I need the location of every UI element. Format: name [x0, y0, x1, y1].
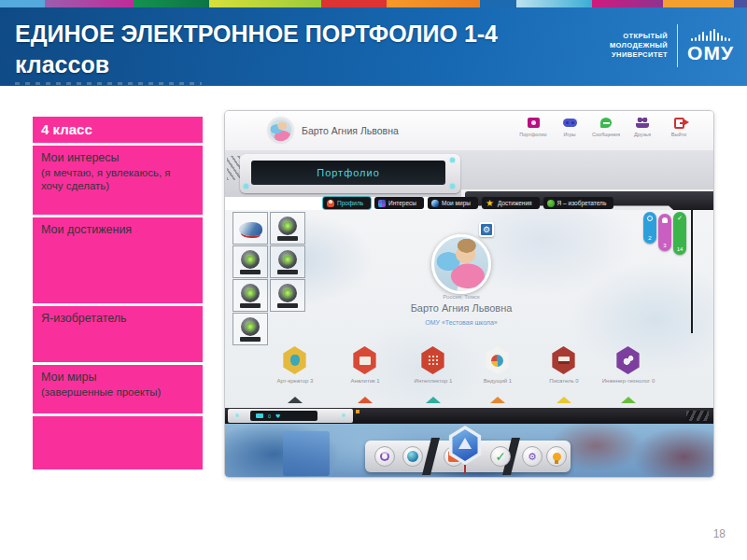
scrollbar[interactable] — [691, 210, 693, 333]
person-icon — [327, 200, 334, 207]
gear-icon: ⚙ — [528, 452, 537, 462]
slide-title: ЕДИНОЕ ЭЛЕКТРОННОЕ ПОРТФОЛИО 1-4 классов — [15, 19, 498, 80]
console-button-gear[interactable]: ⚙ — [522, 446, 543, 467]
nav-item-portfolio[interactable]: Портфолио — [515, 117, 551, 137]
grid-icon — [378, 200, 386, 207]
portal-screenshot: Барто Агния Львовна Портфолио Игры Сообщ… — [224, 110, 714, 478]
presentation-slide: ЕДИНОЕ ЭЛЕКТРОННОЕ ПОРТФОЛИО 1-4 классов… — [0, 0, 747, 560]
writer-icon — [558, 357, 570, 364]
console-button-bulb[interactable] — [546, 446, 567, 467]
trophy-cell[interactable] — [270, 245, 305, 278]
trophy-cell[interactable] — [233, 313, 268, 345]
badge-presenter[interactable] — [485, 346, 510, 374]
globe-trophy-icon — [278, 284, 297, 308]
portfolio-icon — [528, 118, 540, 128]
badge-label: Аналитик 1 — [326, 378, 404, 384]
swirl-icon — [380, 452, 389, 461]
omu-brand-text: ОМУ — [687, 43, 734, 63]
badge-engineer[interactable] — [615, 346, 641, 374]
profile-photo — [431, 234, 491, 294]
star-icon: ★ — [486, 200, 495, 207]
slide-header: ЕДИНОЕ ЭЛЕКТРОННОЕ ПОРТФОЛИО 1-4 классов… — [0, 7, 747, 86]
bulb-icon — [553, 453, 561, 461]
inventor-icon — [547, 200, 555, 207]
sidebar-item-inventor: Я-изобретатель — [33, 306, 203, 362]
pointer-triangle — [621, 397, 636, 403]
tab-profile[interactable]: Профиль — [323, 197, 371, 209]
decorative-color-strip — [0, 0, 747, 7]
badge-writer[interactable] — [551, 346, 576, 374]
tab-achievements[interactable]: ★ Достижения — [482, 197, 540, 209]
status-led — [235, 413, 239, 417]
check-icon: ✓ — [495, 450, 506, 463]
nav-item-friends[interactable]: Друзья — [625, 117, 660, 137]
engineer-icon — [623, 355, 634, 366]
user-avatar — [268, 118, 293, 143]
globe-trophy-icon — [241, 284, 260, 308]
globe-trophy-icon — [278, 250, 297, 274]
globe-trophy-icon — [241, 317, 260, 342]
nav-item-messages[interactable]: Сообщения — [588, 117, 624, 137]
bottom-status-bar: 0 ♥ — [225, 408, 713, 424]
sneaker-trophy-icon — [239, 222, 262, 236]
sidebar-item-grade: 4 класс — [33, 117, 203, 143]
trophy-cell[interactable] — [233, 279, 268, 312]
world-icon — [431, 200, 439, 207]
logo-divider — [677, 24, 678, 67]
badge-analyst[interactable] — [352, 346, 377, 374]
side-pill-completed[interactable]: ✓ 14 — [673, 212, 686, 255]
exit-icon — [674, 118, 684, 129]
pointer-triangle — [426, 397, 441, 403]
vent-stripes — [686, 411, 709, 421]
friends-icon — [636, 118, 649, 128]
console-notch — [422, 438, 440, 475]
game-dock-section: ✓ ⚙ — [225, 424, 713, 478]
slide-title-line2: классов — [15, 49, 498, 80]
settings-gear-button[interactable]: ⚙ — [479, 222, 494, 237]
console-button-check[interactable]: ✓ — [490, 446, 511, 467]
badge-art-creator[interactable] — [282, 346, 307, 374]
intellector-icon — [428, 355, 439, 366]
emblem-stem — [464, 465, 466, 473]
nav-item-games[interactable]: Игры — [552, 117, 587, 137]
presenter-icon — [491, 355, 503, 367]
globe-trophy-icon — [241, 250, 260, 274]
omu-org-name: ОТКРЫТЫЙ МОЛОДЕЖНЫЙ УНИВЕРСИТЕТ — [610, 32, 668, 60]
badge-intellector[interactable] — [420, 346, 445, 374]
device-led — [450, 158, 455, 162]
mini-status-value: 0 — [268, 413, 271, 419]
nav-item-logout[interactable]: Выйти — [661, 117, 697, 137]
console-button-swirl[interactable] — [374, 446, 395, 467]
device-led — [244, 184, 248, 189]
portal-topbar: Барто Агния Львовна Портфолио Игры Сообщ… — [225, 111, 713, 150]
tab-worlds[interactable]: Мои миры — [428, 197, 478, 209]
trophy-cell[interactable] — [270, 212, 305, 245]
pointer-triangle — [557, 397, 571, 403]
tab-inventor[interactable]: Я – изобретатель — [543, 197, 614, 209]
gamepad-icon — [563, 119, 577, 127]
side-pill-friends[interactable]: 3 — [658, 214, 671, 251]
portfolio-device: Портфолио — [240, 154, 460, 193]
trophy-cell[interactable] — [270, 279, 305, 312]
trophy-cell-sneaker[interactable] — [233, 212, 268, 245]
tab-interests[interactable]: Интересы — [374, 197, 424, 209]
profile-location: Россия, Томск — [345, 294, 578, 300]
profile-content: ⚙ Россия, Томск Барто Агния Львовна ОМУ … — [225, 210, 713, 408]
check-icon: ✓ — [677, 216, 683, 221]
device-led — [450, 184, 455, 189]
side-pill-views[interactable]: 2 — [643, 212, 656, 244]
badge-label: Инженер-технолог 0 — [589, 378, 668, 384]
user-name: Барто Агния Львовна — [302, 111, 399, 150]
omu-brand-mark: ОМУ — [687, 29, 734, 63]
portal-nav: Портфолио Игры Сообщения Друзья Выйти — [515, 117, 697, 137]
pointer-triangle — [288, 397, 303, 403]
mini-status-panel: 0 ♥ — [228, 409, 353, 423]
heart-icon: ♥ — [275, 413, 280, 419]
trophy-cell[interactable] — [233, 245, 268, 278]
omu-logo: ОТКРЫТЫЙ МОЛОДЕЖНЫЙ УНИВЕРСИТЕТ ОМУ — [610, 24, 734, 67]
profile-name: Барто Агния Львовна — [345, 302, 578, 314]
equalizer-icon — [691, 29, 731, 41]
console-button-globe[interactable] — [402, 446, 423, 467]
orange-led — [356, 410, 359, 413]
battery-icon — [256, 413, 263, 418]
